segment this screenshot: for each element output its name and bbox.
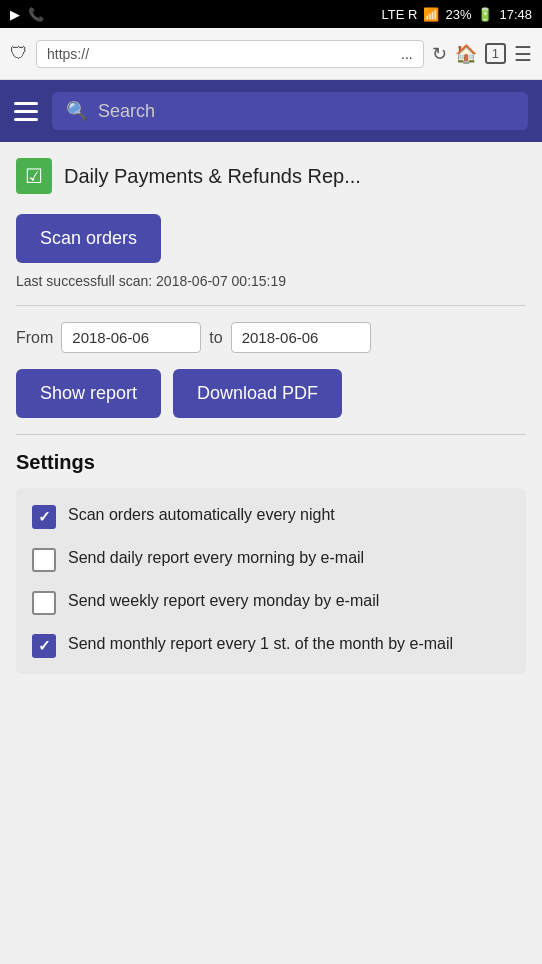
setting-item-daily-email: Send daily report every morning by e-mai…	[32, 547, 510, 572]
app-header: 🔍 Search	[0, 80, 542, 142]
search-icon: 🔍	[66, 100, 88, 122]
page-icon-symbol: ☑	[25, 164, 43, 188]
url-text: https://	[47, 46, 397, 62]
setting-item-weekly-email: Send weekly report every monday by e-mai…	[32, 590, 510, 615]
clock: 17:48	[499, 7, 532, 22]
checkbox-daily-email[interactable]	[32, 548, 56, 572]
hamburger-line-1	[14, 102, 38, 105]
from-label: From	[16, 329, 53, 347]
setting-label-monthly-email: Send monthly report every 1 st. of the m…	[68, 633, 453, 655]
setting-item-auto-scan: Scan orders automatically every night	[32, 504, 510, 529]
show-report-button[interactable]: Show report	[16, 369, 161, 418]
setting-item-monthly-email: Send monthly report every 1 st. of the m…	[32, 633, 510, 658]
signal-icon: 📶	[423, 7, 439, 22]
reload-button[interactable]: ↻	[432, 43, 447, 65]
settings-card: Scan orders automatically every night Se…	[16, 488, 526, 674]
divider-1	[16, 305, 526, 306]
hamburger-line-3	[14, 118, 38, 121]
search-bar[interactable]: 🔍 Search	[52, 92, 528, 130]
battery-level: 23%	[445, 7, 471, 22]
hamburger-menu[interactable]	[14, 102, 38, 121]
menu-button[interactable]: ☰	[514, 42, 532, 66]
setting-label-weekly-email: Send weekly report every monday by e-mai…	[68, 590, 379, 612]
url-bar[interactable]: https:// ...	[36, 40, 424, 68]
phone-icon: 📞	[28, 7, 44, 22]
page-title-row: ☑ Daily Payments & Refunds Rep...	[16, 158, 526, 194]
page-title: Daily Payments & Refunds Rep...	[64, 165, 361, 188]
settings-title: Settings	[16, 451, 526, 474]
browser-bar: 🛡 https:// ... ↻ 🏠 1 ☰	[0, 28, 542, 80]
setting-label-daily-email: Send daily report every morning by e-mai…	[68, 547, 364, 569]
download-pdf-button[interactable]: Download PDF	[173, 369, 342, 418]
play-icon: ▶	[10, 7, 20, 22]
home-button[interactable]: 🏠	[455, 43, 477, 65]
scan-orders-button[interactable]: Scan orders	[16, 214, 161, 263]
settings-section: Settings Scan orders automatically every…	[16, 451, 526, 674]
divider-2	[16, 434, 526, 435]
status-bar-left-icons: ▶ 📞	[10, 7, 44, 22]
from-date-input[interactable]	[61, 322, 201, 353]
security-icon: 🛡	[10, 43, 28, 64]
scan-section: Scan orders Last successfull scan: 2018-…	[16, 214, 526, 289]
battery-icon: 🔋	[477, 7, 493, 22]
to-label: to	[209, 329, 222, 347]
url-ellipsis: ...	[401, 46, 413, 62]
status-bar: ▶ 📞 LTE R 📶 23% 🔋 17:48	[0, 0, 542, 28]
last-scan-text: Last successfull scan: 2018-06-07 00:15:…	[16, 273, 526, 289]
page-content: ☑ Daily Payments & Refunds Rep... Scan o…	[0, 142, 542, 690]
setting-label-auto-scan: Scan orders automatically every night	[68, 504, 335, 526]
search-label: Search	[98, 101, 155, 122]
to-date-input[interactable]	[231, 322, 371, 353]
checkbox-monthly-email[interactable]	[32, 634, 56, 658]
page-icon: ☑	[16, 158, 52, 194]
tab-button[interactable]: 1	[485, 43, 506, 64]
checkbox-weekly-email[interactable]	[32, 591, 56, 615]
hamburger-line-2	[14, 110, 38, 113]
checkbox-auto-scan[interactable]	[32, 505, 56, 529]
action-buttons: Show report Download PDF	[16, 369, 526, 418]
network-indicator: LTE R	[382, 7, 418, 22]
date-range-row: From to	[16, 322, 526, 353]
